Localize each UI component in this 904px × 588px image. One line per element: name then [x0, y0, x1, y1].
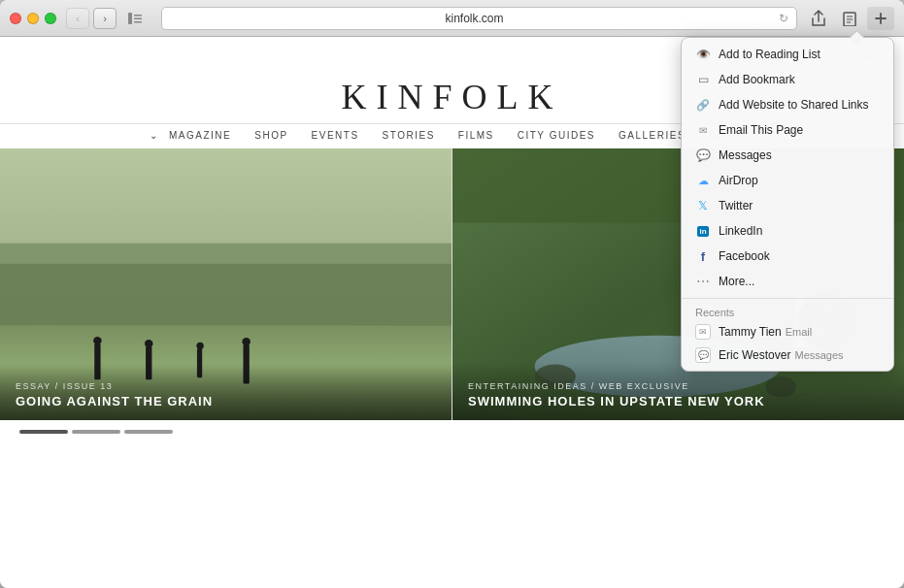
title-bar: ‹ › kinfolk.com ↻ — [0, 0, 904, 37]
browser-window: ‹ › kinfolk.com ↻ — [0, 0, 904, 588]
recent-item-eric[interactable]: 💬 Eric WestoverMessages — [682, 343, 893, 367]
messages-icon: 💬 — [695, 147, 711, 163]
share-item-linkedin[interactable]: in LinkedIn — [682, 218, 893, 244]
share-item-messages[interactable]: 💬 Messages — [682, 143, 893, 168]
nav-item-shop[interactable]: SHOP — [243, 130, 299, 141]
share-item-more[interactable]: ⋯ More... — [682, 269, 893, 294]
svg-point-16 — [145, 340, 152, 347]
svg-rect-13 — [0, 264, 452, 325]
svg-point-14 — [93, 337, 101, 344]
twitter-icon: 𝕏 — [695, 198, 711, 213]
recent-tammy-icon: ✉ — [695, 324, 711, 340]
svg-rect-0 — [128, 13, 132, 24]
recent-eric-name: Eric WestoverMessages — [719, 348, 844, 362]
share-item-email-label: Email This Page — [719, 123, 803, 137]
reload-button[interactable]: ↻ — [779, 12, 788, 25]
url-text: kinfolk.com — [170, 12, 779, 25]
nav-item-stories[interactable]: STORIES — [371, 130, 447, 141]
close-button[interactable] — [10, 13, 21, 24]
svg-rect-3 — [134, 21, 142, 23]
email-icon: ✉ — [695, 122, 711, 138]
reading-list-button[interactable] — [836, 7, 863, 30]
svg-rect-2 — [134, 17, 142, 19]
svg-point-18 — [196, 343, 203, 349]
hero-category-left: ESSAY / ISSUE 13 — [16, 381, 436, 391]
nav-item-magazine[interactable]: MAGAZINE — [157, 130, 243, 141]
pagination-dot-2[interactable] — [72, 430, 120, 434]
facebook-icon: f — [695, 248, 711, 264]
share-item-bookmark[interactable]: ▭ Add Bookmark — [682, 67, 893, 92]
hero-title-right: SWIMMING HOLES IN UPSTATE NEW YORK — [468, 394, 888, 408]
share-item-linkedin-label: LinkedIn — [719, 224, 762, 238]
share-item-bookmark-label: Add Bookmark — [719, 73, 795, 86]
recent-tammy-name: Tammy TienEmail — [719, 325, 812, 339]
address-bar[interactable]: kinfolk.com ↻ — [161, 7, 797, 30]
reading-list-icon: 👁️ — [695, 47, 711, 62]
nav-dropdown-arrow: ⌄ — [150, 130, 157, 141]
nav-item-city-guides[interactable]: CITY GUIDES — [506, 130, 607, 141]
airdrop-icon: ☁ — [695, 173, 711, 188]
share-item-facebook-label: Facebook — [719, 249, 770, 263]
recents-title: Recents — [682, 303, 893, 320]
share-item-shared-links[interactable]: 🔗 Add Website to Shared Links — [682, 92, 893, 117]
nav-buttons: ‹ › — [66, 8, 117, 29]
pagination — [0, 420, 904, 443]
nav-item-films[interactable]: FILMS — [447, 130, 506, 141]
share-item-facebook[interactable]: f Facebook — [682, 244, 893, 269]
share-item-more-label: More... — [719, 275, 754, 288]
share-dropdown: 👁️ Add to Reading List ▭ Add Bookmark 🔗 … — [681, 37, 894, 372]
pagination-dot-1[interactable] — [19, 430, 68, 434]
back-button[interactable]: ‹ — [66, 8, 89, 29]
svg-point-20 — [242, 338, 250, 345]
linkedin-icon: in — [695, 223, 711, 239]
hero-category-right: ENTERTAINING IDEAS / WEB EXCLUSIVE — [468, 381, 888, 391]
nav-item-events[interactable]: EVENTS — [300, 130, 371, 141]
add-tab-button[interactable] — [867, 7, 894, 30]
sidebar-toggle-button[interactable] — [124, 8, 146, 29]
share-item-messages-label: Messages — [719, 148, 772, 162]
share-divider — [682, 298, 893, 299]
share-button[interactable] — [805, 7, 832, 30]
share-item-twitter[interactable]: 𝕏 Twitter — [682, 193, 893, 218]
minimize-button[interactable] — [27, 13, 39, 24]
hero-image-left[interactable]: ESSAY / ISSUE 13 GOING AGAINST THE GRAIN — [0, 148, 452, 420]
svg-rect-1 — [134, 15, 142, 16]
hero-title-left: GOING AGAINST THE GRAIN — [16, 394, 436, 408]
traffic-lights — [10, 13, 56, 24]
toolbar-right — [805, 7, 894, 30]
maximize-button[interactable] — [45, 13, 56, 24]
share-item-email[interactable]: ✉ Email This Page — [682, 117, 893, 143]
watermark: filehorse.com — [12, 567, 87, 580]
recent-eric-icon: 💬 — [695, 347, 711, 363]
share-item-airdrop-label: AirDrop — [719, 174, 758, 187]
shared-links-icon: 🔗 — [695, 97, 711, 113]
share-item-reading-list-label: Add to Reading List — [719, 48, 820, 61]
forward-button[interactable]: › — [93, 8, 117, 29]
hero-caption-left: ESSAY / ISSUE 13 GOING AGAINST THE GRAIN — [0, 362, 452, 420]
share-item-twitter-label: Twitter — [719, 199, 753, 212]
recent-item-tammy[interactable]: ✉ Tammy TienEmail — [682, 320, 893, 343]
more-icon: ⋯ — [695, 274, 711, 289]
pagination-dot-3[interactable] — [124, 430, 173, 434]
share-item-shared-links-label: Add Website to Shared Links — [719, 98, 869, 112]
bookmark-icon: ▭ — [695, 72, 711, 87]
share-item-reading-list[interactable]: 👁️ Add to Reading List — [682, 42, 893, 67]
share-item-airdrop[interactable]: ☁ AirDrop — [682, 168, 893, 193]
